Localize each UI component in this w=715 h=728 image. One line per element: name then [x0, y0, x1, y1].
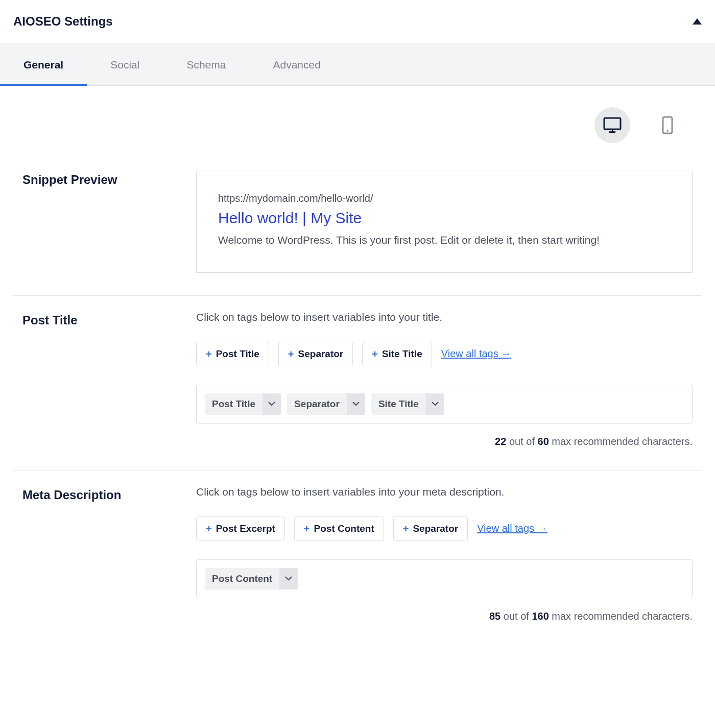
char-out-of-label: out of: [500, 610, 532, 622]
add-tag-site-title[interactable]: + Site Title: [362, 342, 432, 366]
chevron-down-icon[interactable]: [426, 393, 444, 415]
chip-post-content[interactable]: Post Content: [205, 568, 298, 590]
plus-icon: +: [304, 524, 310, 534]
plus-icon: +: [206, 524, 212, 534]
tab-schema[interactable]: Schema: [163, 43, 249, 85]
mobile-icon: [662, 116, 673, 134]
chevron-down-icon[interactable]: [347, 393, 365, 415]
panel-title: AIOSEO Settings: [13, 14, 113, 29]
meta-description-helper: Click on tags below to insert variables …: [196, 486, 693, 498]
chip-label: Site Title: [371, 393, 426, 415]
chip-site-title[interactable]: Site Title: [371, 393, 444, 415]
mobile-preview-button[interactable]: [650, 107, 685, 143]
tag-suggestion-label: Post Title: [216, 348, 259, 360]
snippet-preview-heading: Snippet Preview: [22, 171, 196, 187]
tab-advanced[interactable]: Advanced: [249, 43, 344, 85]
post-title-helper: Click on tags below to insert variables …: [196, 311, 693, 323]
section-meta-description: Meta Description Click on tags below to …: [13, 471, 702, 645]
chip-label: Post Title: [205, 393, 263, 415]
tabs-row: General Social Schema Advanced: [0, 43, 715, 86]
add-tag-post-title[interactable]: + Post Title: [196, 342, 269, 366]
desktop-icon: [603, 116, 622, 134]
chip-label: Post Content: [205, 568, 279, 590]
char-out-of-label: out of: [506, 436, 537, 447]
post-title-heading: Post Title: [22, 311, 196, 327]
tag-suggestion-label: Separator: [298, 348, 344, 360]
tag-suggestion-label: Post Content: [314, 523, 374, 534]
desktop-preview-button[interactable]: [594, 107, 630, 143]
plus-icon: +: [288, 349, 294, 359]
post-title-input[interactable]: Post Title Separator Site Title: [196, 385, 693, 424]
chevron-down-icon[interactable]: [279, 568, 298, 590]
panel-header: AIOSEO Settings: [0, 0, 715, 43]
chip-label: Separator: [287, 393, 347, 415]
tag-suggestion-label: Separator: [413, 523, 458, 534]
section-snippet-preview: Snippet Preview https://mydomain.com/hel…: [13, 155, 702, 296]
char-suffix-label: max recommended characters.: [549, 610, 693, 622]
add-tag-separator[interactable]: + Separator: [393, 516, 468, 541]
add-tag-post-excerpt[interactable]: + Post Excerpt: [196, 516, 285, 541]
snippet-url: https://mydomain.com/hello-world/: [218, 193, 671, 204]
meta-description-input[interactable]: Post Content: [196, 559, 693, 598]
snippet-description: Welcome to WordPress. This is your first…: [218, 232, 671, 249]
char-max: 60: [538, 436, 549, 447]
tab-social[interactable]: Social: [87, 43, 163, 85]
view-all-tags-link[interactable]: View all tags →: [441, 348, 511, 360]
char-current: 85: [489, 610, 500, 622]
panel-content: Snippet Preview https://mydomain.com/hel…: [0, 86, 715, 645]
post-title-suggestions-row: + Post Title + Separator + Site Title Vi…: [196, 342, 693, 366]
meta-description-suggestions-row: + Post Excerpt + Post Content + Separato…: [196, 516, 693, 541]
meta-description-heading: Meta Description: [22, 486, 196, 502]
svg-rect-0: [604, 118, 621, 129]
chevron-down-icon[interactable]: [263, 393, 281, 415]
add-tag-post-content[interactable]: + Post Content: [294, 516, 384, 541]
tag-suggestion-label: Post Excerpt: [216, 523, 275, 534]
char-suffix-label: max recommended characters.: [549, 436, 693, 447]
device-toggle-row: [13, 86, 702, 155]
snippet-card: https://mydomain.com/hello-world/ Hello …: [196, 171, 693, 273]
plus-icon: +: [403, 524, 409, 534]
plus-icon: +: [206, 349, 212, 359]
collapse-toggle-icon[interactable]: [693, 18, 702, 25]
meta-description-char-count: 85 out of 160 max recommended characters…: [196, 604, 693, 622]
char-current: 22: [495, 436, 506, 447]
char-max: 160: [532, 610, 549, 622]
chip-separator[interactable]: Separator: [287, 393, 365, 415]
plus-icon: +: [372, 349, 378, 359]
svg-point-4: [666, 130, 669, 132]
view-all-tags-link[interactable]: View all tags →: [477, 523, 547, 534]
add-tag-separator[interactable]: + Separator: [278, 342, 353, 366]
section-post-title: Post Title Click on tags below to insert…: [13, 296, 702, 471]
post-title-char-count: 22 out of 60 max recommended characters.: [196, 430, 693, 448]
tag-suggestion-label: Site Title: [382, 348, 422, 360]
chip-post-title[interactable]: Post Title: [205, 393, 281, 415]
snippet-title: Hello world! | My Site: [218, 209, 671, 227]
tab-general[interactable]: General: [0, 43, 87, 85]
svg-rect-2: [612, 129, 613, 132]
